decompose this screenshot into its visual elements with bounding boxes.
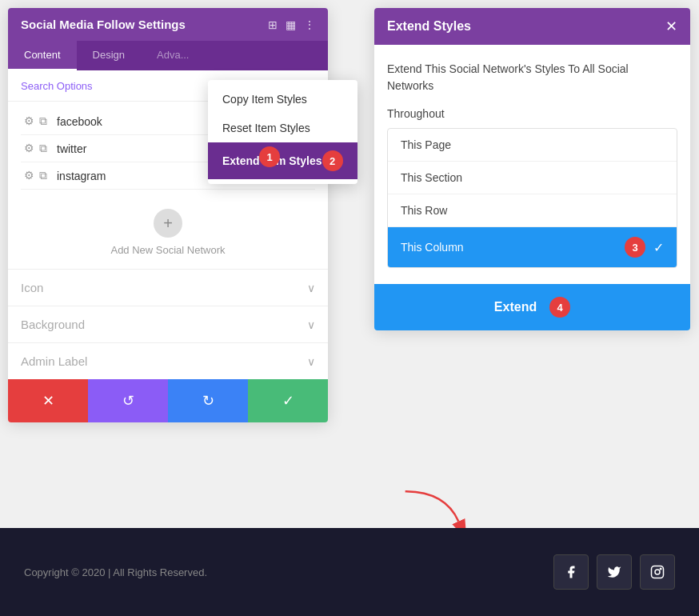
extend-footer: Extend 4 (374, 284, 690, 330)
badge-1-container: 1 (259, 146, 280, 167)
context-menu: Copy Item Styles Reset Item Styles Exten… (208, 80, 357, 184)
background-accordion-label: Background (21, 318, 85, 331)
search-options-label[interactable]: Search Options (21, 80, 93, 92)
tab-advanced[interactable]: Adva... (141, 41, 205, 70)
close-button[interactable]: ✕ (665, 18, 677, 35)
extend-panel-title: Extend Styles (387, 19, 471, 34)
admin-label-accordion-label: Admin Label (21, 354, 87, 368)
extend-body: Extend This Social Network's Styles To A… (374, 45, 690, 284)
option-this-page[interactable]: This Page (388, 129, 677, 162)
tab-content[interactable]: Content (8, 41, 77, 70)
settings-icon-ig[interactable]: ⚙ (24, 169, 34, 182)
extend-header: Extend Styles ✕ (374, 8, 690, 45)
admin-label-chevron: ∨ (307, 355, 315, 368)
right-panel: Extend Styles ✕ Extend This Social Netwo… (374, 8, 690, 330)
save-button[interactable]: ✓ (248, 379, 328, 422)
badge-3: 3 (625, 237, 645, 258)
throughout-label: Throughout (387, 107, 677, 120)
page-footer: Copyright © 2020 | All Rights Reserved. (0, 528, 699, 616)
left-panel: Social Media Follow Settings ⊞ ▦ ⋮ Conte… (8, 8, 328, 422)
copy-item-styles[interactable]: Copy Item Styles (208, 85, 357, 114)
reset-button[interactable]: ↺ (88, 379, 168, 422)
icon-accordion-label: Icon (21, 281, 43, 294)
footer-facebook-icon[interactable] (553, 554, 589, 590)
action-bar: ✕ ↺ ↻ ✓ (8, 379, 328, 422)
copy-layout-icon[interactable]: ⊞ (268, 18, 278, 31)
copyright-text: Copyright © 2020 | All Rights Reserved. (24, 566, 207, 578)
extend-description: Extend This Social Network's Styles To A… (387, 61, 677, 94)
footer-social-icons (553, 554, 675, 590)
extend-button[interactable]: Extend 4 (374, 284, 690, 330)
panel-header: Social Media Follow Settings ⊞ ▦ ⋮ (8, 8, 328, 41)
facebook-item-icons: ⚙ ⧉ (24, 114, 47, 128)
panel-title: Social Media Follow Settings (21, 18, 186, 31)
option-this-row[interactable]: This Row (388, 194, 677, 227)
footer-instagram-icon[interactable] (640, 554, 675, 590)
copy-icon-fb[interactable]: ⧉ (39, 114, 47, 128)
badge-2: 2 (322, 150, 343, 171)
instagram-item-icons: ⚙ ⧉ (24, 169, 47, 182)
svg-point-3 (660, 568, 661, 570)
badge-1: 1 (259, 146, 280, 167)
badge-4: 4 (549, 297, 570, 318)
extend-options-list: This Page This Section This Row This Col… (387, 128, 677, 268)
tab-design[interactable]: Design (77, 41, 141, 70)
panel-header-icons: ⊞ ▦ ⋮ (268, 18, 315, 31)
cancel-button[interactable]: ✕ (8, 379, 88, 422)
extend-item-styles[interactable]: Extend Item Styles 2 (208, 142, 357, 179)
reset-item-styles[interactable]: Reset Item Styles (208, 114, 357, 142)
accordion-icon[interactable]: Icon ∨ (8, 269, 328, 306)
footer-twitter-icon[interactable] (597, 554, 632, 590)
svg-rect-1 (652, 566, 664, 578)
accordion-background[interactable]: Background ∨ (8, 306, 328, 342)
background-chevron: ∨ (307, 318, 315, 331)
grid-icon[interactable]: ▦ (286, 18, 296, 31)
settings-icon-tw[interactable]: ⚙ (24, 142, 34, 155)
svg-point-2 (655, 570, 660, 574)
panel-tabs: Content Design Adva... (8, 41, 328, 70)
add-network-section: + Add New Social Network (8, 196, 328, 269)
twitter-item-icons: ⚙ ⧉ (24, 142, 47, 155)
redo-button[interactable]: ↻ (168, 379, 248, 422)
option-this-section[interactable]: This Section (388, 162, 677, 194)
checkmark-icon: ✓ (653, 240, 664, 255)
accordion-admin-label[interactable]: Admin Label ∨ (8, 342, 328, 379)
add-network-label: Add New Social Network (110, 244, 225, 256)
copy-icon-ig[interactable]: ⧉ (39, 169, 47, 182)
copy-icon-tw[interactable]: ⧉ (39, 142, 47, 155)
settings-icon-fb[interactable]: ⚙ (24, 114, 34, 128)
option-this-column[interactable]: This Column 3 ✓ (388, 227, 677, 267)
more-icon[interactable]: ⋮ (304, 18, 315, 31)
icon-chevron: ∨ (307, 282, 315, 294)
add-network-button[interactable]: + (154, 209, 182, 238)
